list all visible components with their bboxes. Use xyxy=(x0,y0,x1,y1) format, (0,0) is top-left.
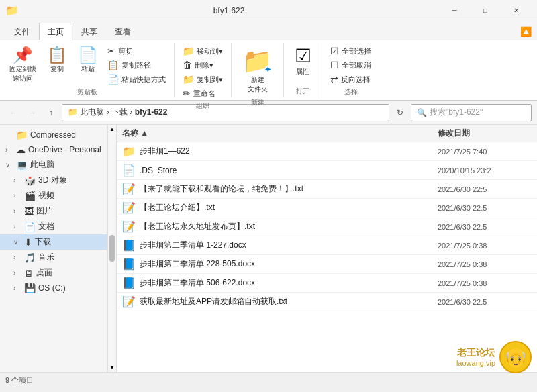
file-row[interactable]: 📄 .DS_Store 2020/10/15 23:2 xyxy=(117,161,537,180)
select-label: 选择 xyxy=(344,87,358,97)
help-button[interactable]: 🔼 xyxy=(515,23,537,40)
file-row[interactable]: 📝 获取最新地址及APP请发邮箱自动获取.txt 2021/6/30 22:5 xyxy=(117,293,537,311)
close-button[interactable]: ✕ xyxy=(501,0,532,21)
address-path: 📁 此电脑 › 下载 › bfy1-622 xyxy=(68,107,167,118)
3d-icon: 🎲 xyxy=(24,175,36,186)
file-row[interactable]: 📘 步非烟第二季清单 1-227.docx 2021/7/25 0:38 xyxy=(117,236,537,255)
scroll-thumb[interactable] xyxy=(109,235,115,262)
search-icon: 🔍 xyxy=(417,108,427,117)
tab-view[interactable]: 查看 xyxy=(106,23,140,40)
pin-to-quick-access-button[interactable]: 📌 固定到快速访问 xyxy=(5,44,40,86)
organize-buttons: 📁 移动到▾ 🗑 删除▾ 📁 复制到▾ ✏ 重命名 xyxy=(180,44,226,100)
sidebar-item-pictures[interactable]: › 🖼 图片 xyxy=(0,203,107,219)
paste-shortcut-button[interactable]: 📄 粘贴快捷方式 xyxy=(105,72,168,86)
file-row[interactable]: 📘 步非烟第二季清单 506-622.docx 2021/7/25 0:38 xyxy=(117,274,537,293)
file-row[interactable]: 📝 【老王论坛介绍】.txt 2021/6/30 22:5 xyxy=(117,199,537,217)
cut-button[interactable]: ✂ 剪切 xyxy=(105,44,168,58)
deselect-all-button[interactable]: ☐ 全部取消 xyxy=(328,58,374,72)
file-icon: 📄 xyxy=(122,164,136,177)
clipboard-small-buttons: ✂ 剪切 📋 复制路径 📄 粘贴快捷方式 xyxy=(105,44,168,86)
title-bar-icons: 📁 xyxy=(5,4,19,17)
sidebar-scrollbar[interactable]: ▲ ▼ xyxy=(107,125,117,372)
refresh-button[interactable]: ↻ xyxy=(392,105,408,121)
watermark-text-group: 老王论坛 laowang.vip xyxy=(456,347,495,367)
new-plus-icon: ✦ xyxy=(264,66,271,74)
file-row[interactable]: 📝 【老王论坛永久地址发布页】.txt 2021/6/30 22:5 xyxy=(117,217,537,236)
expand-icon: › xyxy=(13,223,21,230)
pin-icon: 📌 xyxy=(13,47,33,63)
watermark-line1: 老王论坛 xyxy=(457,347,495,359)
minimize-button[interactable]: ─ xyxy=(439,0,470,21)
invert-selection-button[interactable]: ⇄ 反向选择 xyxy=(328,72,374,86)
address-input[interactable]: 📁 此电脑 › 下载 › bfy1-622 xyxy=(62,104,389,121)
file-date: 2021/6/30 22:5 xyxy=(438,204,532,212)
maximize-button[interactable]: □ xyxy=(470,0,501,21)
open-label: 打开 xyxy=(296,87,309,96)
file-row[interactable]: 📝 【来了就能下载和观看的论坛，纯免费！】.txt 2021/6/30 22:5 xyxy=(117,180,537,199)
file-row[interactable]: 📘 步非烟第二季清单 228-505.docx 2021/7/25 0:38 xyxy=(117,255,537,274)
sidebar-item-compressed[interactable]: 📁 Compressed xyxy=(0,128,107,142)
title-bar: 📁 bfy1-622 ─ □ ✕ xyxy=(0,0,537,21)
ribbon: 📌 固定到快速访问 📋 复制 📄 粘贴 ✂ 剪切 📋 复制路径 xyxy=(0,40,537,101)
properties-button[interactable]: ☑ 属性 xyxy=(289,44,316,79)
delete-button[interactable]: 🗑 删除▾ xyxy=(180,58,226,72)
tab-file[interactable]: 文件 xyxy=(5,23,39,40)
search-box[interactable]: 🔍 搜索"bfy1-622" xyxy=(411,104,532,121)
item-count: 9 个项目 xyxy=(5,375,34,385)
col-name-header[interactable]: 名称 ▲ xyxy=(122,128,438,139)
copy-button[interactable]: 📋 复制 xyxy=(43,44,71,77)
expand-icon: › xyxy=(13,254,21,261)
sidebar-item-docs[interactable]: › 📄 文档 xyxy=(0,219,107,234)
search-placeholder: 搜索"bfy1-622" xyxy=(430,107,483,118)
move-to-button[interactable]: 📁 移动到▾ xyxy=(180,44,226,58)
scroll-up-icon[interactable]: ▲ xyxy=(109,126,115,132)
window-icon: 📁 xyxy=(5,4,19,17)
tab-home[interactable]: 主页 xyxy=(39,23,72,40)
clipboard-group: 📌 固定到快速访问 📋 复制 📄 粘贴 ✂ 剪切 📋 复制路径 xyxy=(0,43,175,97)
file-date: 2021/6/30 22:5 xyxy=(438,298,532,306)
copy-path-button[interactable]: 📋 复制路径 xyxy=(105,58,168,72)
music-icon: 🎵 xyxy=(24,252,36,263)
sidebar-item-desktop[interactable]: › 🖥 桌面 xyxy=(0,265,107,281)
file-list: 名称 ▲ 修改日期 📁 步非烟1—622 2021/7/25 7:40 📄 .D… xyxy=(117,125,537,372)
sidebar-item-onedrive[interactable]: › ☁ OneDrive - Personal xyxy=(0,142,107,157)
status-bar: 9 个项目 xyxy=(0,372,537,388)
select-all-button[interactable]: ☑ 全部选择 xyxy=(328,44,374,58)
open-buttons: ☑ 属性 xyxy=(289,44,316,85)
folder-icon: 📁 xyxy=(16,130,28,140)
move-icon: 📁 xyxy=(183,46,194,56)
new-folder-button[interactable]: 📁 ✦ 新建文件夹 xyxy=(237,44,278,97)
sidebar-item-downloads[interactable]: ∨ ⬇ 下载 xyxy=(0,234,107,250)
forward-button[interactable]: → xyxy=(24,105,40,121)
watermark-line2: laowang.vip xyxy=(456,359,495,367)
paste-button[interactable]: 📄 粘贴 xyxy=(74,44,102,77)
sidebar-item-thispc[interactable]: ∨ 💻 此电脑 xyxy=(0,157,107,173)
file-row[interactable]: 📁 步非烟1—622 2021/7/25 7:40 xyxy=(117,142,537,161)
txt-icon: 📝 xyxy=(122,220,136,233)
properties-icon: ☑ xyxy=(295,47,311,66)
title-controls: ─ □ ✕ xyxy=(439,0,532,21)
copy-to-button[interactable]: 📁 复制到▾ xyxy=(180,72,226,86)
rename-button[interactable]: ✏ 重命名 xyxy=(180,87,226,100)
scroll-down-icon[interactable]: ▼ xyxy=(109,364,115,371)
file-name: 步非烟第二季清单 228-505.docx xyxy=(140,258,438,270)
sidebar-item-music[interactable]: › 🎵 音乐 xyxy=(0,250,107,265)
txt-icon: 📝 xyxy=(122,183,136,195)
file-name: 步非烟第二季清单 1-227.docx xyxy=(140,240,438,251)
avatar-face: 👴 xyxy=(504,346,528,369)
col-date-header[interactable]: 修改日期 xyxy=(438,128,532,139)
sidebar-item-video[interactable]: › 🎬 视频 xyxy=(0,188,107,203)
back-button[interactable]: ← xyxy=(5,105,21,121)
sidebar-item-3d[interactable]: › 🎲 3D 对象 xyxy=(0,173,107,188)
sidebar-item-osdrive[interactable]: › 💾 OS (C:) xyxy=(0,281,107,295)
file-date: 2020/10/15 23:2 xyxy=(438,166,532,175)
sidebar-item-label: OneDrive - Personal xyxy=(28,145,101,154)
file-date: 2021/7/25 0:38 xyxy=(438,260,532,268)
up-button[interactable]: ↑ xyxy=(43,105,59,121)
copy-to-icon: 📁 xyxy=(183,74,194,85)
pictures-icon: 🖼 xyxy=(24,206,34,217)
file-name: 获取最新地址及APP请发邮箱自动获取.txt xyxy=(140,296,438,307)
video-icon: 🎬 xyxy=(24,191,36,201)
tab-share[interactable]: 共享 xyxy=(72,23,106,40)
file-name: 【老王论坛介绍】.txt xyxy=(140,202,438,213)
